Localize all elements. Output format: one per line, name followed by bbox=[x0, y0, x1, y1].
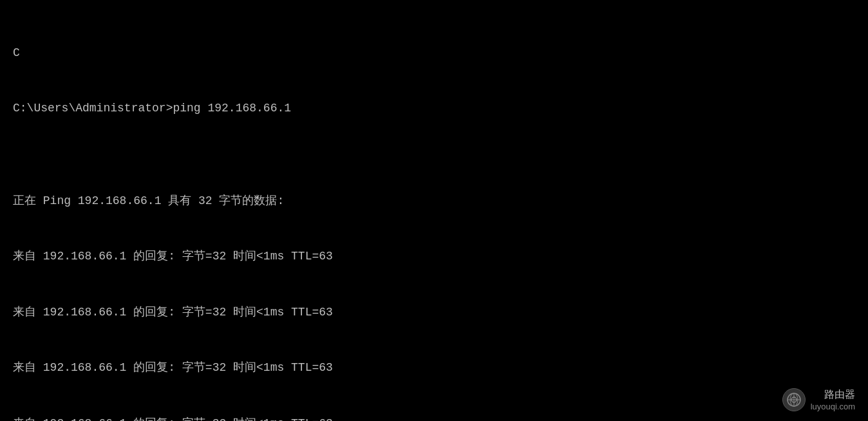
terminal-line-3: 正在 Ping 192.168.66.1 具有 32 字节的数据: bbox=[13, 192, 855, 210]
watermark-url: luyouqi.com bbox=[811, 402, 855, 411]
terminal-line-6: 来自 192.168.66.1 的回复: 字节=32 时间<1ms TTL=63 bbox=[13, 359, 855, 377]
watermark-text: 路由器 luyouqi.com bbox=[811, 388, 855, 411]
watermark-title: 路由器 bbox=[824, 388, 855, 402]
watermark: 路由器 luyouqi.com bbox=[782, 388, 855, 411]
terminal-line-5: 来自 192.168.66.1 的回复: 字节=32 时间<1ms TTL=63 bbox=[13, 303, 855, 322]
terminal-line-7: 来自 192.168.66.1 的回复: 字节=32 时间<1ms TTL=63 bbox=[13, 415, 855, 421]
terminal-line-1: C:\Users\Administrator>ping 192.168.66.1 bbox=[13, 99, 855, 118]
terminal-output: C C:\Users\Administrator>ping 192.168.66… bbox=[13, 6, 855, 421]
terminal-line-0: C bbox=[13, 44, 855, 62]
terminal-window: C C:\Users\Administrator>ping 192.168.66… bbox=[0, 0, 868, 421]
terminal-line-4: 来自 192.168.66.1 的回复: 字节=32 时间<1ms TTL=63 bbox=[13, 247, 855, 266]
watermark-icon bbox=[782, 388, 806, 411]
